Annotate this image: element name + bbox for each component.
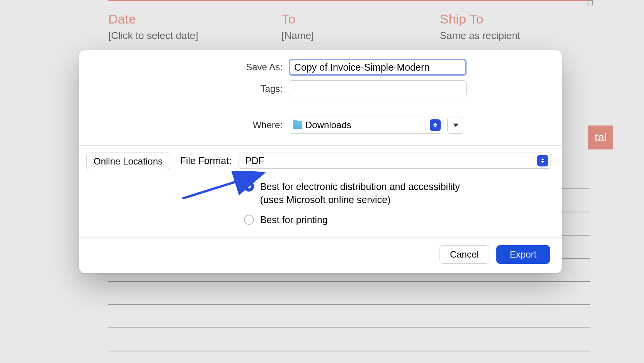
radio-checked-icon	[244, 182, 254, 192]
online-locations-button[interactable]: Online Locations	[86, 153, 170, 170]
tags-input[interactable]	[289, 80, 467, 97]
radio-electronic-distribution[interactable]: Best for electronic distribution and acc…	[244, 180, 551, 207]
tags-label: Tags:	[170, 83, 283, 94]
table-row-line	[108, 304, 590, 305]
folder-icon	[293, 121, 302, 129]
save-as-label: Save As:	[170, 62, 283, 73]
where-label: Where:	[170, 120, 283, 131]
top-horizontal-rule	[108, 0, 590, 1]
cancel-button[interactable]: Cancel	[440, 245, 489, 264]
file-format-select[interactable]: PDF	[239, 153, 551, 169]
file-format-label: File Format:	[180, 155, 232, 166]
to-heading: To	[281, 12, 416, 27]
table-row-line	[108, 351, 590, 351]
table-row-line	[108, 281, 590, 282]
select-stepper-icon	[537, 155, 548, 166]
date-placeholder: [Click to select date]	[108, 30, 258, 42]
select-stepper-icon	[430, 119, 441, 131]
expand-browse-button[interactable]	[447, 117, 464, 134]
table-row-line	[108, 327, 590, 328]
date-heading: Date	[108, 12, 258, 27]
where-location-select[interactable]: Downloads	[289, 117, 443, 134]
save-as-input[interactable]	[289, 59, 467, 76]
radio-unchecked-icon	[244, 215, 254, 225]
file-format-value: PDF	[245, 155, 264, 166]
radio-electronic-line2: (uses Microsoft online service)	[260, 194, 391, 205]
radio-electronic-line1: Best for electronic distribution and acc…	[260, 181, 460, 192]
export-button[interactable]: Export	[496, 245, 550, 264]
chevron-down-icon	[453, 124, 458, 127]
radio-printing-label: Best for printing	[260, 214, 328, 227]
shipto-value: Same as recipient	[440, 30, 590, 42]
save-export-dialog: Save As: Tags: Where: Downloads	[79, 50, 562, 273]
radio-best-for-printing[interactable]: Best for printing	[244, 214, 551, 227]
shipto-heading: Ship To	[440, 12, 590, 27]
total-label-badge: tal	[588, 126, 613, 149]
table-resize-handle	[588, 0, 593, 5]
to-placeholder: [Name]	[281, 30, 416, 42]
where-value: Downloads	[305, 120, 351, 131]
